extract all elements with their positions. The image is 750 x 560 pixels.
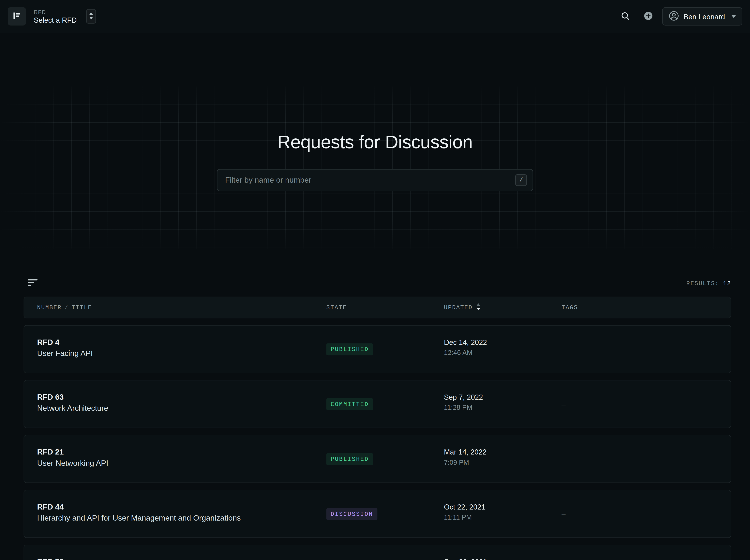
row-number-title: RFD 4 User Facing API [37, 326, 326, 373]
row-updated: Sep 30, 2021 [444, 545, 561, 560]
filter-toggle-button[interactable] [25, 275, 41, 292]
page-title: Requests for Discussion [0, 132, 750, 153]
column-number-title: NUMBER/TITLE [37, 304, 326, 311]
table-row[interactable]: RFD 4 User Facing API PUBLISHED Dec 14, … [24, 325, 731, 373]
row-updated: Mar 14, 2022 7:09 PM [444, 435, 561, 482]
chevron-down-icon [731, 15, 736, 18]
row-tags: – [561, 345, 731, 353]
updated-time: 11:28 PM [444, 403, 561, 411]
rfd-selector-label: RFD [34, 9, 77, 15]
row-number-title: RFD 44 Hierarchy and API for User Manage… [37, 490, 326, 537]
updated-date: Sep 7, 2022 [444, 393, 561, 401]
results-value: 12 [723, 280, 731, 287]
updated-time: 11:11 PM [444, 513, 561, 521]
filter-input-wrapper: / [217, 169, 533, 191]
rfd-title: Network Architecture [37, 404, 326, 413]
results-count: RESULTS: 12 [687, 280, 731, 287]
plus-circle-icon [644, 11, 653, 22]
rfd-title: Hierarchy and API for User Management an… [37, 514, 326, 522]
state-badge: DISCUSSION [326, 508, 377, 520]
updated-date: Oct 22, 2021 [444, 503, 561, 511]
search-button[interactable] [616, 7, 634, 26]
updated-date: Sep 30, 2021 [444, 558, 561, 560]
row-state: PUBLISHED [326, 343, 444, 355]
new-rfd-button[interactable] [639, 7, 658, 26]
column-updated[interactable]: UPDATED [444, 303, 561, 312]
rfd-selector[interactable]: RFD Select a RFD [34, 9, 77, 24]
top-bar: RFD Select a RFD [0, 0, 750, 33]
rfd-number: RFD 70 [37, 558, 326, 560]
row-state: PUBLISHED [326, 453, 444, 465]
top-bar-right: Ben Leonard [616, 7, 742, 26]
rfd-number: RFD 44 [37, 503, 326, 512]
grid-background-fade [0, 87, 750, 249]
top-bar-left: RFD Select a RFD [8, 7, 96, 26]
row-tags: – [561, 455, 731, 463]
table-row[interactable]: RFD 21 User Networking API PUBLISHED Mar… [24, 435, 731, 483]
rfd-number: RFD 21 [37, 448, 326, 456]
rfd-logo-icon [12, 11, 22, 22]
row-tags: – [561, 510, 731, 518]
rfd-title: User Networking API [37, 459, 326, 468]
row-number-title: RFD 70 [37, 545, 326, 560]
up-down-arrows-icon [89, 12, 94, 21]
rfd-number: RFD 4 [37, 338, 326, 347]
filter-icon [28, 279, 38, 288]
sort-icon [476, 303, 480, 312]
grid-background [0, 87, 750, 249]
user-menu-button[interactable]: Ben Leonard [663, 7, 742, 26]
updated-date: Mar 14, 2022 [444, 448, 561, 456]
rfd-title: User Facing API [37, 349, 326, 358]
table-row[interactable]: RFD 63 Network Architecture COMMITTED Se… [24, 380, 731, 428]
filter-input[interactable] [225, 176, 515, 184]
row-number-title: RFD 21 User Networking API [37, 435, 326, 482]
column-state: STATE [326, 304, 444, 311]
table-header: NUMBER/TITLE STATE UPDATED TAGS [24, 296, 731, 318]
column-tags: TAGS [561, 304, 731, 311]
hero-section: Requests for Discussion / [0, 33, 750, 270]
updated-time: 7:09 PM [444, 458, 561, 466]
row-updated: Dec 14, 2022 12:46 AM [444, 326, 561, 373]
row-state: DISCUSSION [326, 508, 444, 520]
row-state: COMMITTED [326, 398, 444, 410]
rfd-number: RFD 63 [37, 393, 326, 402]
column-separator: / [62, 304, 72, 311]
search-icon [621, 11, 630, 21]
rfd-stepper-button[interactable] [86, 9, 96, 23]
results-label: RESULTS: [687, 280, 719, 287]
rfd-list: RESULTS: 12 NUMBER/TITLE STATE UPDATED T… [24, 270, 731, 560]
updated-date: Dec 14, 2022 [444, 338, 561, 346]
rfd-selector-value: Select a RFD [34, 16, 77, 24]
row-updated: Sep 7, 2022 11:28 PM [444, 380, 561, 428]
user-avatar-icon [669, 11, 679, 22]
state-badge: PUBLISHED [326, 453, 373, 465]
table-row[interactable]: RFD 70 Sep 30, 2021 [24, 545, 731, 560]
row-tags: – [561, 400, 731, 408]
user-name: Ben Leonard [684, 12, 725, 21]
rfd-logo-button[interactable] [8, 7, 26, 26]
row-number-title: RFD 63 Network Architecture [37, 380, 326, 428]
updated-time: 12:46 AM [444, 349, 561, 356]
table-row[interactable]: RFD 44 Hierarchy and API for User Manage… [24, 490, 731, 538]
app: RFD Select a RFD [0, 0, 750, 560]
row-updated: Oct 22, 2021 11:11 PM [444, 490, 561, 537]
state-badge: COMMITTED [326, 398, 373, 410]
state-badge: PUBLISHED [326, 343, 373, 355]
table-body: RFD 4 User Facing API PUBLISHED Dec 14, … [24, 325, 731, 560]
results-bar: RESULTS: 12 [24, 270, 731, 296]
slash-shortcut-key: / [515, 174, 527, 186]
